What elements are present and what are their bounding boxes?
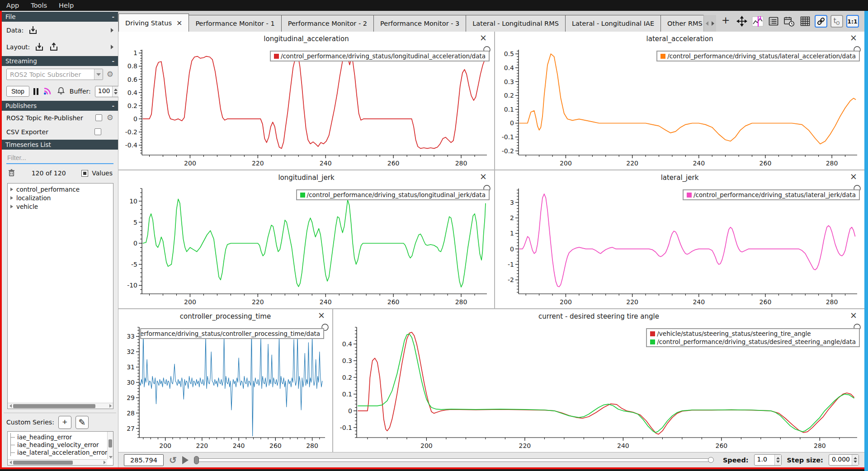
grid-layout-icon[interactable] <box>799 15 811 28</box>
tree-hscroll-thumb[interactable] <box>13 404 95 408</box>
custom-hscrollbar[interactable] <box>8 459 107 465</box>
chart-legend[interactable]: /control_performance/driving_status/long… <box>296 189 490 200</box>
speed-label: Speed: <box>723 457 749 464</box>
spin-arrows-icon[interactable] <box>112 86 119 97</box>
custom-vscroll-thumb[interactable] <box>108 439 112 447</box>
combo-arrow-icon[interactable] <box>94 69 103 80</box>
filter-input[interactable] <box>6 152 113 164</box>
custom-hscroll-thumb[interactable] <box>13 461 73 465</box>
tab-scroll-right-icon[interactable] <box>712 21 714 26</box>
current-time-display[interactable]: 285.794 <box>124 454 164 466</box>
load-layout-icon[interactable] <box>34 42 44 52</box>
legend-entry[interactable]: /control_performance/driving_status/long… <box>274 52 486 60</box>
legend-entry[interactable]: performance/driving_status/controller_pr… <box>144 330 320 337</box>
tab-scroll-left-icon[interactable] <box>706 21 708 26</box>
legend-entry[interactable]: /control_performance/driving_status/desi… <box>650 338 856 345</box>
collapse-publishers-button[interactable]: - <box>112 102 114 109</box>
loop-icon[interactable]: ↺ <box>169 455 177 466</box>
svg-text:-0.1: -0.1 <box>502 133 514 141</box>
time-offset-icon[interactable]: tO <box>830 15 843 28</box>
time-slider-track[interactable] <box>194 458 711 462</box>
tab-performance-monitor-2[interactable]: Performance Monitor - 2 <box>281 15 374 32</box>
custom-series-item-iae-heading-velocity-error[interactable]: iae_heading_velocity_error <box>10 441 113 448</box>
tab-performance-monitor-3[interactable]: Performance Monitor - 3 <box>373 15 466 32</box>
add-custom-series-button[interactable]: + <box>58 416 71 429</box>
tab-lateral-longitudinal-rms[interactable]: Lateral - Longitudinal RMS <box>466 15 566 32</box>
tab-driving-status[interactable]: Driving Status× <box>118 14 189 32</box>
values-checkbox[interactable] <box>81 170 88 177</box>
chart-legend[interactable]: /vehicle/status/steering_status/steering… <box>646 328 860 347</box>
stop-button[interactable]: Stop <box>6 86 29 97</box>
data-more-arrow-icon[interactable] <box>111 28 113 33</box>
expander-icon[interactable] <box>10 188 13 191</box>
tab-performance-monitor-1[interactable]: Performance Monitor - 1 <box>189 15 281 32</box>
time-slider-handle[interactable] <box>194 456 199 464</box>
series-count: 120 of 120 <box>19 170 78 177</box>
datetime-icon[interactable] <box>783 15 796 28</box>
svg-text:280: 280 <box>455 160 467 167</box>
tracker-number: 1 <box>759 16 762 20</box>
svg-text:0.3: 0.3 <box>342 357 352 364</box>
chart-legend[interactable]: performance/driving_status/controller_pr… <box>140 328 324 339</box>
menu-tools[interactable]: Tools <box>31 2 47 9</box>
step-size-spinbox[interactable]: 0.000 <box>829 454 859 466</box>
curve-tracker-icon[interactable]: 1 <box>751 15 764 28</box>
streaming-gear-icon[interactable]: ⚙ <box>107 71 113 78</box>
custom-series-item-iae-heading-error[interactable]: iae_heading_error <box>10 433 113 441</box>
tab-lateral-longitudinal-iae[interactable]: Lateral - Longitudinal IAE <box>565 15 661 32</box>
load-data-icon[interactable] <box>28 25 38 35</box>
republisher-checkbox[interactable] <box>95 114 102 121</box>
trash-icon[interactable] <box>7 168 16 179</box>
tab-other-rms[interactable]: Other RMS <box>660 15 704 32</box>
time-slider[interactable] <box>194 456 711 465</box>
notification-bell-icon[interactable] <box>57 86 66 97</box>
spin-arrows-icon[interactable] <box>852 455 859 465</box>
custom-vscrollbar[interactable] <box>107 432 113 459</box>
layout-more-arrow-icon[interactable] <box>111 45 113 49</box>
expander-icon[interactable] <box>10 196 13 200</box>
spin-arrows-icon[interactable] <box>774 455 781 465</box>
tab-close-icon[interactable]: × <box>176 19 182 27</box>
speed-spinbox[interactable]: 1.0 <box>754 454 782 466</box>
list-view-icon[interactable] <box>767 15 780 28</box>
menu-app[interactable]: App <box>6 2 19 9</box>
tree-item-control-performance[interactable]: control_performance <box>8 185 113 193</box>
collapse-file-button[interactable]: - <box>112 13 114 20</box>
pan-move-icon[interactable] <box>736 15 748 28</box>
tab-bar: Driving Status×Performance Monitor - 1Pe… <box>118 11 864 32</box>
buffer-spinbox[interactable]: 100 <box>95 86 119 97</box>
ratio-1-1-icon[interactable]: 1:1 <box>846 15 859 28</box>
pause-icon[interactable] <box>33 88 38 95</box>
csv-exporter-checkbox[interactable] <box>94 128 101 135</box>
chart-legend[interactable]: /control_performance/driving_status/late… <box>683 189 860 200</box>
chart-legend[interactable]: /control_performance/driving_status/late… <box>656 51 860 61</box>
legend-entry[interactable]: /control_performance/driving_status/late… <box>660 52 856 60</box>
streaming-source-select[interactable]: ROS2 Topic Subscriber <box>6 69 103 80</box>
svg-text:220: 220 <box>626 160 638 167</box>
legend-entry[interactable]: /control_performance/driving_status/long… <box>300 191 486 198</box>
menu-help[interactable]: Help <box>59 2 74 9</box>
svg-text:200: 200 <box>159 442 171 449</box>
play-icon[interactable] <box>182 456 189 464</box>
link-axes-icon[interactable] <box>815 15 827 28</box>
legend-label: /control_performance/driving_status/late… <box>667 52 856 60</box>
timeseries-tree: control_performancelocalizationvehicle <box>7 183 113 409</box>
legend-entry[interactable]: /vehicle/status/steering_status/steering… <box>650 330 856 337</box>
save-layout-icon[interactable] <box>49 42 59 52</box>
expander-icon[interactable] <box>10 205 13 208</box>
tab-label: Performance Monitor - 2 <box>288 20 367 27</box>
legend-entry[interactable]: /control_performance/driving_status/late… <box>687 191 856 198</box>
edit-custom-series-button[interactable]: ✎ <box>75 416 89 429</box>
data-row: Data: <box>2 22 118 38</box>
tree-item-localization[interactable]: localization <box>8 193 113 202</box>
collapse-streaming-button[interactable]: - <box>112 57 114 65</box>
chart-legend[interactable]: /control_performance/driving_status/long… <box>270 51 490 61</box>
svg-text:-0.2: -0.2 <box>125 128 137 136</box>
stream-signal-icon[interactable] <box>42 86 52 97</box>
republisher-gear-icon[interactable]: ⚙ <box>107 114 113 122</box>
legend-label: /control_performance/driving_status/long… <box>307 191 486 198</box>
tree-hscrollbar[interactable] <box>8 403 113 409</box>
custom-series-item-iae-lateral-acceleration-error[interactable]: iae_lateral_acceleration_error <box>10 448 113 456</box>
tree-item-vehicle[interactable]: vehicle <box>8 202 113 211</box>
add-tab-button[interactable]: + <box>716 14 735 28</box>
